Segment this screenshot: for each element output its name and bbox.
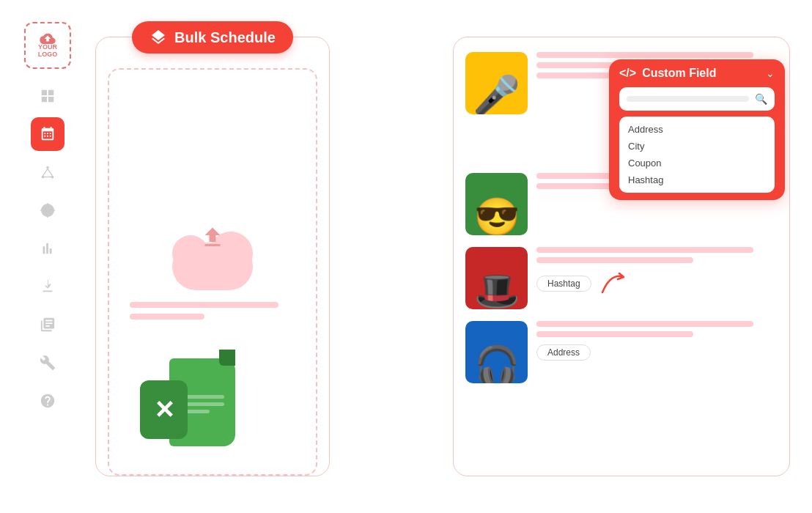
sidebar-item-chart[interactable] (31, 232, 64, 265)
upload-lines (130, 302, 295, 320)
sidebar-item-library[interactable] (31, 308, 64, 342)
svg-point-0 (46, 166, 49, 169)
right-panel: 🎤 </> Custom Field ⌄ (453, 37, 790, 476)
sidebar-item-grid[interactable] (31, 79, 64, 113)
excel-x-icon: ✕ (154, 395, 174, 424)
cf-options-list: Address City Coupon Hashtag (619, 117, 775, 193)
sidebar-item-tools[interactable] (31, 346, 64, 380)
thumbnail-2: 😎 (465, 173, 528, 235)
main-container: YOUR LOGO (0, 0, 812, 513)
address-badge: Address (536, 344, 591, 361)
post-row-1: 🎤 </> Custom Field ⌄ (465, 52, 778, 114)
content-line-3b (536, 257, 693, 263)
svg-line-3 (43, 169, 48, 175)
target-icon (40, 202, 56, 218)
logo-text-line2: LOGO (38, 51, 58, 59)
thumbnail-1: 🎤 (465, 52, 528, 114)
cf-option-hashtag[interactable]: Hashtag (628, 173, 766, 187)
download-icon (40, 278, 56, 295)
chart-icon (40, 240, 56, 256)
tools-icon (40, 355, 56, 371)
bulk-schedule-header: Bulk Schedule (132, 21, 293, 53)
svg-line-4 (48, 169, 52, 175)
post-content-3: Hashtag (536, 247, 778, 297)
cloud-upload-icon (40, 32, 56, 44)
cf-option-coupon[interactable]: Coupon (628, 156, 766, 170)
code-brackets-icon: </> (619, 67, 636, 80)
sidebar-item-network[interactable] (31, 155, 64, 189)
thumbnail-3: 🎩 (465, 247, 528, 309)
upload-line-1 (130, 302, 278, 308)
sidebar-item-schedule[interactable] (31, 117, 64, 151)
cf-option-address[interactable]: Address (628, 122, 766, 136)
svg-point-8 (47, 210, 48, 211)
cf-option-city[interactable]: City (628, 139, 766, 153)
post-content-4: Address (536, 321, 778, 361)
sidebar-item-support[interactable] (31, 384, 64, 418)
sidebar: YOUR LOGO (15, 22, 81, 491)
content-line-3a (536, 247, 753, 253)
content-line-4b (536, 331, 693, 337)
custom-field-dropdown[interactable]: </> Custom Field ⌄ 🔍 Address City Coupon… (609, 59, 785, 200)
cf-search-input (627, 96, 749, 102)
post-row-3: 🎩 Hashtag (465, 247, 778, 309)
cf-title: Custom Field (642, 67, 716, 80)
cf-search-bar[interactable]: 🔍 (619, 87, 775, 111)
schedule-icon (40, 126, 56, 142)
bulk-schedule-title: Bulk Schedule (174, 29, 276, 46)
upload-line-2 (130, 314, 204, 320)
hashtag-row: Hashtag (536, 270, 778, 297)
network-icon (40, 164, 56, 180)
sidebar-item-download[interactable] (31, 270, 64, 303)
grid-icon (40, 88, 56, 104)
arrow-icon (599, 270, 628, 297)
logo-box[interactable]: YOUR LOGO (24, 22, 71, 69)
content-line-1a (536, 52, 753, 58)
content-line-4a (536, 321, 753, 327)
layers-icon (150, 29, 167, 46)
search-icon: 🔍 (755, 93, 767, 105)
thumbnail-4: 🎧 (465, 321, 528, 383)
excel-area: ✕ (140, 336, 235, 446)
bulk-schedule-panel: Bulk Schedule (95, 37, 330, 476)
cf-dropdown-header: </> Custom Field ⌄ (619, 67, 775, 80)
address-row: Address (536, 344, 778, 361)
upload-arrow-icon (199, 224, 226, 251)
post-row-4: 🎧 Address (465, 321, 778, 383)
hashtag-badge: Hashtag (536, 276, 591, 292)
sidebar-item-target[interactable] (31, 193, 64, 227)
cf-chevron-icon[interactable]: ⌄ (766, 67, 775, 79)
support-icon (40, 393, 56, 409)
post-content-1: </> Custom Field ⌄ 🔍 Address City Coupon… (536, 52, 778, 78)
library-icon (40, 317, 56, 333)
cloud-illustration (169, 224, 256, 290)
cf-header-left: </> Custom Field (619, 67, 716, 80)
